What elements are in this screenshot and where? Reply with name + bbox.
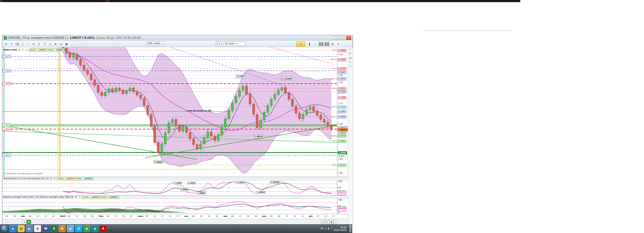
- price-scale-label: 1,02: [338, 172, 343, 175]
- main-chart[interactable]: R3 SmR2 SR2 SmR1 SR1 SPiv SmS1 SS1 SmS2 …: [2, 47, 348, 177]
- taskbar-charts[interactable]: ▥: [83, 225, 90, 232]
- gear-icon[interactable]: ⚙: [18, 49, 21, 51]
- rsi-scale: 10050038,29924,305: [337, 199, 348, 214]
- zoom-in-icon[interactable]: ⊕: [53, 41, 58, 47]
- time-axis-label: févr.: [99, 215, 104, 217]
- add-button[interactable]: ✚: [27, 220, 31, 224]
- price-scale-label: 1,0317: [338, 164, 346, 167]
- time-axis-label: juil.: [309, 215, 313, 217]
- quote-box[interactable]: Vente : 1,08233 Achat : 1,0824: [29, 48, 64, 52]
- rsi-plot[interactable]: [2, 199, 337, 214]
- buy-price: 1,08241: [109, 196, 118, 198]
- help-icon[interactable]: ?: [348, 64, 353, 68]
- currency-icon[interactable]: €: [348, 52, 353, 56]
- cursor-icon[interactable]: ✛: [4, 41, 9, 47]
- clock[interactable]: 14:42 20/07/2015: [334, 226, 347, 231]
- time-axis-label: 05: [68, 215, 70, 217]
- indicator-scale-label: 50: [338, 186, 341, 189]
- svg-text:1.1467: 1.1467: [237, 181, 244, 183]
- highlight-button[interactable]: ✦: [296, 41, 305, 47]
- minimize-button[interactable]: ─: [333, 36, 338, 40]
- price-scale-label: 1,12: [338, 102, 343, 105]
- zoom-out-icon[interactable]: ⊖: [58, 41, 64, 47]
- show-desktop-button[interactable]: [349, 225, 351, 232]
- volume-icon[interactable]: ♪: [331, 227, 332, 230]
- network-icon[interactable]: ▮: [328, 227, 329, 230]
- svg-text:1,1484: 1,1484: [4, 82, 10, 85]
- show-hidden-icons-icon[interactable]: ▴: [325, 227, 326, 230]
- time-axis-label: 14: [200, 215, 202, 217]
- svg-text:1.0818: 1.0818: [257, 191, 264, 193]
- taskbar-outlook[interactable]: O: [59, 225, 66, 232]
- taskbar-skype[interactable]: S: [75, 225, 82, 232]
- taskbar-ie-2[interactable]: e: [67, 225, 74, 232]
- channel-icon[interactable]: ≋: [31, 41, 36, 47]
- drawing-tools: ✛✎⌫╱─≋ƒT▭⊕⊖▦: [4, 41, 69, 47]
- color-palette-icon[interactable]: [319, 42, 324, 46]
- trendline-icon[interactable]: ╱: [20, 41, 25, 47]
- maximize-button[interactable]: ▢: [339, 36, 344, 40]
- period-count-dropdown[interactable]: 2▼: [215, 41, 222, 46]
- gear-icon[interactable]: ⚙: [50, 177, 52, 180]
- time-axis-label: avr.: [184, 215, 188, 217]
- taskbar-explorer[interactable]: ▣: [18, 225, 25, 232]
- close-button[interactable]: ✕: [346, 36, 351, 40]
- text-icon[interactable]: T: [42, 41, 47, 47]
- shapes-icon[interactable]: ▭: [47, 41, 53, 47]
- title-last-price: 1,08237 (-0,14%): [70, 36, 95, 39]
- pencil-icon[interactable]: ✎: [22, 49, 24, 51]
- time-axis-label: 11: [153, 215, 156, 217]
- price-scale-label: 1,1415: [338, 87, 346, 90]
- stochastic-scale: 10050016,7026,647: [337, 180, 348, 195]
- chevron-down-icon[interactable]: ▾: [25, 49, 28, 51]
- period-unit-dropdown[interactable]: (x) jours▼: [224, 41, 246, 46]
- pencil-icon[interactable]: ✎: [9, 41, 14, 47]
- pencil-icon[interactable]: ✎: [78, 196, 81, 199]
- language-indicator[interactable]: FR: [321, 227, 324, 230]
- candlestick-style-icon[interactable]: ❚: [307, 41, 312, 47]
- zoom-out-icon[interactable]: ⊖: [325, 220, 329, 224]
- snapshot-icon[interactable]: ▦: [64, 41, 69, 47]
- scroll-left-button[interactable]: ◄: [22, 220, 27, 224]
- gear-icon[interactable]: ⚙: [75, 196, 77, 199]
- stochastic-plot[interactable]: 1.15821.16351.14671.143661.09041.08201.0…: [2, 180, 337, 195]
- title-timeframe: 2 jours: [96, 36, 105, 39]
- settings-icon[interactable]: ⚙: [330, 41, 335, 47]
- time-axis[interactable]: 1926déc.08152229201505111826févr.0913192…: [2, 214, 348, 219]
- taskbar-acrobat[interactable]: A: [100, 225, 107, 232]
- price-chart-canvas[interactable]: R3 SmR2 SR2 SmR1 SR1 SPiv SmS1 SS1 SmS2 …: [2, 47, 337, 177]
- quote-box[interactable]: Vente : 1,08233 Achat : 1,08241: [82, 195, 119, 199]
- zoom-in-icon[interactable]: ⊕: [321, 220, 325, 224]
- pivot-label: R1 S: [332, 87, 336, 89]
- taskbar-browser[interactable]: ◉: [34, 225, 41, 232]
- list-icon[interactable]: ▤: [348, 56, 353, 60]
- more-icon[interactable]: ▾: [336, 41, 341, 47]
- price-scale-label: 1,1647: [338, 71, 346, 74]
- chevron-down-icon: ▼: [236, 43, 238, 45]
- taskbar-word[interactable]: W: [42, 225, 49, 232]
- fibonacci-icon[interactable]: ƒ: [36, 41, 42, 47]
- start-button[interactable]: [1, 225, 9, 232]
- color-palette-icon[interactable]: [324, 42, 329, 46]
- taskbar-excel[interactable]: X: [50, 225, 57, 232]
- reset-view-icon[interactable]: ↺: [334, 220, 338, 224]
- grid-icon[interactable]: ▦: [329, 220, 334, 224]
- taskbar-platform[interactable]: ▦: [91, 225, 98, 232]
- instrument-row: Heikin-Ashi ⚙ ✎ ▾ Vente : 1,08233 Achat …: [3, 48, 64, 52]
- price-scale-label: 1,1085: [338, 110, 346, 113]
- hline-icon[interactable]: ─: [26, 41, 31, 47]
- quote-box[interactable]: Vente : 1,08233 Achat : 1,08241: [57, 177, 94, 180]
- units-dropdown[interactable]: 200 unités▼: [146, 41, 165, 46]
- pivot-label: Piv S: [332, 106, 337, 108]
- taskbar-ie[interactable]: e: [9, 225, 16, 232]
- rsi-panel[interactable]: Relative strength index (RSI) (14) Relat…: [2, 195, 348, 214]
- taskbar-media-player[interactable]: ▶: [26, 225, 33, 232]
- alert-icon[interactable]: ✦: [348, 47, 353, 51]
- stochastic-panel[interactable]: Stochastique (14 3 5) Stochastique (6 1 …: [2, 177, 348, 195]
- edit-icon[interactable]: ✎: [348, 60, 353, 64]
- line-style-icon[interactable]: ~: [313, 41, 318, 47]
- price-scale[interactable]: 1,19641,191,18321,17001,16471,161,15551,…: [337, 47, 348, 177]
- pencil-icon[interactable]: ✎: [53, 177, 56, 180]
- price-scale-label: 1,16: [338, 74, 343, 77]
- eraser-icon[interactable]: ⌫: [15, 41, 20, 47]
